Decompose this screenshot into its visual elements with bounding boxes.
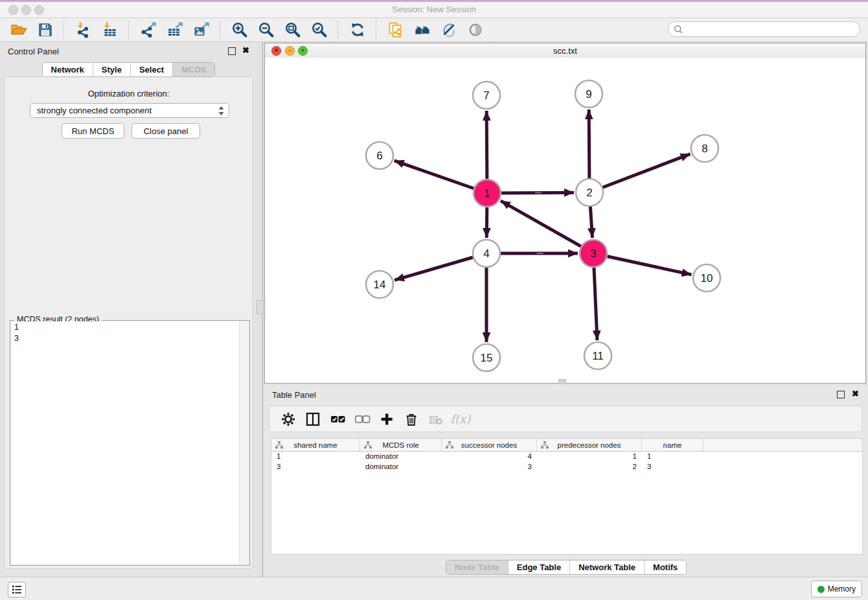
node-label-11: 11 (592, 350, 604, 362)
result-scrollbar[interactable] (239, 321, 249, 564)
graphics-details-icon[interactable] (440, 21, 457, 39)
tab-mcds[interactable]: MCDS (172, 63, 214, 76)
selected-criterion: strongly connected component (30, 106, 218, 115)
mcds-result-box: MCDS result (2 nodes) 13 (10, 320, 250, 566)
tab-motifs[interactable]: Motifs (644, 560, 686, 574)
cell[interactable]: 3 (442, 462, 537, 472)
optimization-criterion-label: Optimization criterion: (5, 89, 253, 98)
mcds-result-line: 3 (11, 332, 240, 343)
column-label: predecessor nodes (558, 441, 621, 449)
edge-1-6[interactable] (394, 161, 487, 193)
split-panel-icon[interactable] (303, 410, 323, 429)
new-network-from-selection-icon[interactable] (387, 21, 404, 39)
tab-select[interactable]: Select (130, 63, 172, 76)
column-header-successor-nodes[interactable]: successor nodes (442, 439, 537, 451)
float-table-panel-icon[interactable] (837, 391, 845, 398)
table-panel: Table Panel ✖ f(x) shared nameMCDS roles… (264, 386, 868, 577)
cell[interactable]: 1 (271, 452, 360, 462)
table-row[interactable]: 1dominator411 (271, 452, 862, 462)
show-hide-icon[interactable] (466, 21, 484, 39)
network-canvas[interactable]: 7968124314101511 (265, 58, 865, 383)
node-table: shared nameMCDS rolesuccessor nodesprede… (271, 438, 863, 555)
network-graph[interactable]: 7968124314101511 (265, 58, 865, 384)
export-network-icon[interactable] (139, 21, 157, 39)
main-toolbar (0, 18, 868, 42)
tab-network-table[interactable]: Network Table (569, 560, 644, 574)
table-panel-header: Table Panel ✖ (264, 386, 868, 404)
column-label: name (663, 441, 682, 449)
zoom-in-icon[interactable] (231, 21, 248, 39)
cell[interactable]: 4 (442, 452, 537, 462)
table-row[interactable]: 3dominator323 (271, 462, 862, 472)
cell[interactable]: dominator (360, 452, 442, 462)
memory-button[interactable]: Memory (811, 581, 862, 597)
run-mcds-button[interactable]: Run MCDS (62, 123, 124, 139)
zoom-out-icon[interactable] (257, 21, 275, 39)
node-label-15: 15 (481, 352, 493, 364)
search-icon (673, 24, 684, 35)
table-panel-title: Table Panel (272, 390, 316, 400)
node-label-2: 2 (586, 187, 592, 199)
cell[interactable]: 1 (537, 452, 642, 462)
column-header-name[interactable]: name (642, 439, 703, 451)
select-all-icon[interactable] (328, 410, 347, 429)
import-network-icon[interactable] (74, 21, 92, 39)
open-session-icon[interactable] (10, 21, 27, 39)
cell[interactable]: 2 (537, 462, 642, 472)
canvas-scroll-chip[interactable] (558, 379, 566, 384)
edge-label (535, 192, 542, 194)
node-label-7: 7 (483, 89, 489, 102)
cell[interactable]: 1 (642, 452, 703, 462)
export-table-icon[interactable] (166, 21, 183, 39)
column-header-predecessor-nodes[interactable]: predecessor nodes (537, 439, 642, 451)
control-panel: Control Panel ✖ NetworkStyleSelectMCDS O… (0, 42, 257, 577)
table-header-row: shared nameMCDS rolesuccessor nodesprede… (271, 439, 862, 452)
task-history-button[interactable] (8, 582, 26, 597)
settings-icon[interactable] (279, 410, 298, 429)
node-label-1: 1 (484, 187, 490, 200)
import-table-icon[interactable] (101, 21, 119, 39)
column-header-MCDS-role[interactable]: MCDS role (360, 439, 442, 451)
zoom-fit-icon[interactable] (284, 21, 301, 39)
edge-3-10[interactable] (593, 253, 692, 275)
toolbar-separator (128, 21, 130, 39)
tab-edge-table[interactable]: Edge Table (508, 560, 569, 574)
node-label-10: 10 (701, 272, 713, 284)
close-table-panel-icon[interactable]: ✖ (852, 389, 859, 398)
delete-column-icon[interactable] (402, 410, 421, 429)
toolbar-separator (376, 21, 377, 39)
add-column-icon[interactable] (377, 410, 396, 429)
first-neighbors-icon[interactable] (413, 21, 431, 39)
panel-divider-grabber[interactable] (257, 300, 264, 314)
edge-3-1[interactable] (501, 201, 593, 253)
search-field[interactable] (668, 21, 860, 37)
cell[interactable]: 3 (642, 462, 703, 472)
cell[interactable]: dominator (360, 462, 442, 472)
memory-label: Memory (828, 584, 856, 594)
network-frame-title: scc.txt (265, 46, 865, 56)
toolbar-separator (220, 21, 221, 39)
window-title: Session: New Session (0, 5, 868, 14)
node-label-8: 8 (702, 143, 707, 155)
tab-style[interactable]: Style (93, 63, 130, 76)
optimization-criterion-select[interactable]: strongly connected component (30, 103, 229, 118)
function-builder-icon: f(x) (451, 410, 470, 429)
network-frame: ✕ − + scc.txt 7968124314101511 (264, 43, 866, 384)
network-frame-titlebar[interactable]: ✕ − + scc.txt (265, 43, 865, 58)
deselect-all-icon[interactable] (352, 410, 372, 429)
export-image-icon[interactable] (192, 21, 210, 39)
zoom-selected-icon[interactable] (310, 21, 328, 39)
search-input[interactable] (684, 23, 860, 36)
close-panel-button[interactable]: Close panel (131, 123, 200, 139)
float-panel-icon[interactable] (228, 47, 236, 55)
tab-network[interactable]: Network (43, 63, 93, 76)
tab-node-table[interactable]: Node Table (446, 560, 508, 574)
cell[interactable]: 3 (271, 462, 360, 472)
edge-2-8[interactable] (589, 154, 691, 192)
task-list-icon (11, 584, 23, 595)
save-session-icon[interactable] (36, 21, 54, 39)
close-panel-icon[interactable]: ✖ (242, 45, 249, 55)
refresh-icon[interactable] (348, 21, 366, 39)
status-bar: Memory (0, 577, 868, 600)
column-header-shared-name[interactable]: shared name (271, 439, 360, 451)
